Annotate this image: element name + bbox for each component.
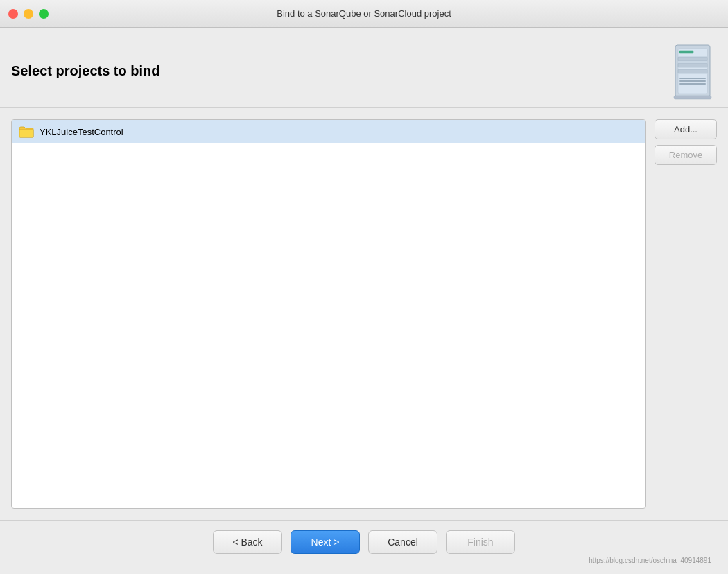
svg-rect-3	[678, 57, 707, 61]
close-button[interactable]	[8, 9, 18, 19]
back-button[interactable]: < Back	[213, 530, 282, 554]
finish-button[interactable]: Finish	[446, 530, 515, 554]
window-title: Bind to a SonarQube or SonarCloud projec…	[277, 8, 451, 19]
svg-rect-6	[679, 78, 706, 79]
title-bar: Bind to a SonarQube or SonarCloud projec…	[0, 0, 728, 28]
folder-icon	[19, 125, 34, 138]
projects-area: YKLJuiceTestControl Add... Remove	[0, 108, 728, 520]
svg-rect-5	[678, 69, 707, 73]
bottom-buttons: < Back Next > Cancel Finish	[14, 530, 714, 554]
bottom-bar: < Back Next > Cancel Finish https://blog…	[0, 520, 728, 574]
project-name: YKLJuiceTestControl	[40, 127, 123, 137]
side-buttons: Add... Remove	[655, 119, 717, 509]
svg-rect-9	[674, 96, 711, 99]
svg-rect-2	[679, 51, 693, 53]
maximize-button[interactable]	[39, 9, 49, 19]
page-title: Select projects to bind	[11, 63, 159, 79]
cancel-button[interactable]: Cancel	[368, 530, 437, 554]
window-controls	[8, 9, 49, 19]
list-item[interactable]: YKLJuiceTestControl	[12, 120, 645, 144]
svg-rect-4	[678, 63, 707, 67]
next-button[interactable]: Next >	[291, 530, 360, 554]
add-button[interactable]: Add...	[655, 119, 717, 139]
svg-rect-7	[679, 80, 706, 82]
svg-rect-8	[679, 83, 706, 85]
header-section: Select projects to bind	[0, 28, 728, 108]
projects-list: YKLJuiceTestControl	[11, 119, 646, 509]
remove-button[interactable]: Remove	[655, 145, 717, 165]
minimize-button[interactable]	[24, 9, 33, 19]
main-content: Select projects to bind	[0, 28, 728, 574]
watermark: https://blog.csdn.net/oschina_40914891	[14, 557, 714, 564]
server-icon	[668, 42, 717, 101]
